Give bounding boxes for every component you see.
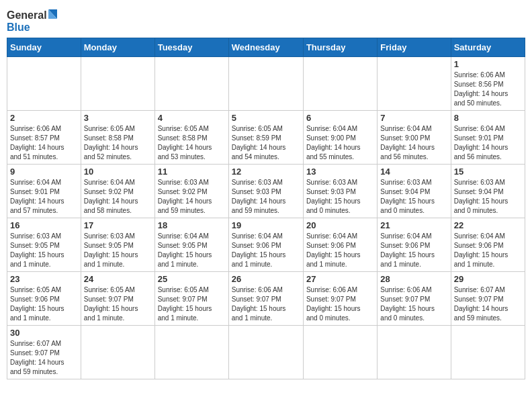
day-info: Sunrise: 6:03 AM Sunset: 9:03 PM Dayligh… (306, 178, 374, 216)
day-number: 14 (380, 167, 447, 177)
svg-text:General: General (7, 9, 47, 21)
day-cell: 7Sunrise: 6:04 AM Sunset: 9:00 PM Daylig… (378, 111, 451, 165)
day-info: Sunrise: 6:03 AM Sunset: 9:03 PM Dayligh… (232, 178, 300, 216)
day-info: Sunrise: 6:05 AM Sunset: 8:59 PM Dayligh… (232, 124, 300, 162)
day-cell: 12Sunrise: 6:03 AM Sunset: 9:03 PM Dayli… (228, 165, 303, 218)
day-cell: 28Sunrise: 6:06 AM Sunset: 9:07 PM Dayli… (378, 272, 451, 326)
day-number: 17 (84, 220, 152, 230)
day-info: Sunrise: 6:05 AM Sunset: 8:58 PM Dayligh… (84, 124, 152, 162)
day-cell: 5Sunrise: 6:05 AM Sunset: 8:59 PM Daylig… (228, 111, 303, 165)
day-number: 3 (84, 113, 152, 123)
day-number: 7 (380, 113, 447, 123)
week-row-1: 1Sunrise: 6:06 AM Sunset: 8:56 PM Daylig… (7, 57, 525, 111)
day-number: 4 (158, 113, 226, 123)
day-cell (81, 326, 154, 379)
day-info: Sunrise: 6:06 AM Sunset: 9:07 PM Dayligh… (232, 285, 300, 323)
day-cell: 26Sunrise: 6:06 AM Sunset: 9:07 PM Dayli… (228, 272, 303, 326)
day-cell: 19Sunrise: 6:04 AM Sunset: 9:06 PM Dayli… (228, 218, 303, 272)
day-info: Sunrise: 6:07 AM Sunset: 9:07 PM Dayligh… (454, 285, 522, 323)
day-info: Sunrise: 6:03 AM Sunset: 9:04 PM Dayligh… (380, 178, 447, 216)
day-cell (228, 57, 303, 111)
day-info: Sunrise: 6:04 AM Sunset: 9:00 PM Dayligh… (306, 124, 374, 162)
weekday-header-tuesday: Tuesday (154, 38, 228, 57)
day-cell: 14Sunrise: 6:03 AM Sunset: 9:04 PM Dayli… (378, 165, 451, 218)
day-info: Sunrise: 6:04 AM Sunset: 9:05 PM Dayligh… (158, 232, 226, 269)
day-number: 2 (10, 113, 78, 123)
week-row-5: 23Sunrise: 6:05 AM Sunset: 9:06 PM Dayli… (7, 272, 525, 326)
day-cell (81, 57, 154, 111)
day-cell: 13Sunrise: 6:03 AM Sunset: 9:03 PM Dayli… (303, 165, 377, 218)
header: GeneralBlue (7, 7, 525, 34)
day-number: 29 (454, 274, 522, 284)
day-number: 27 (306, 274, 374, 284)
weekday-header-row: SundayMondayTuesdayWednesdayThursdayFrid… (7, 38, 525, 57)
day-info: Sunrise: 6:06 AM Sunset: 8:56 PM Dayligh… (454, 71, 522, 108)
day-number: 10 (84, 167, 152, 177)
day-cell: 24Sunrise: 6:05 AM Sunset: 9:07 PM Dayli… (81, 272, 154, 326)
weekday-header-thursday: Thursday (303, 38, 377, 57)
day-cell: 6Sunrise: 6:04 AM Sunset: 9:00 PM Daylig… (303, 111, 377, 165)
day-info: Sunrise: 6:03 AM Sunset: 9:05 PM Dayligh… (84, 232, 152, 269)
day-cell: 30Sunrise: 6:07 AM Sunset: 9:07 PM Dayli… (7, 326, 81, 379)
day-cell: 18Sunrise: 6:04 AM Sunset: 9:05 PM Dayli… (154, 218, 228, 272)
day-cell: 9Sunrise: 6:04 AM Sunset: 9:01 PM Daylig… (7, 165, 81, 218)
day-info: Sunrise: 6:06 AM Sunset: 9:07 PM Dayligh… (306, 285, 374, 323)
day-number: 26 (232, 274, 300, 284)
day-info: Sunrise: 6:03 AM Sunset: 9:05 PM Dayligh… (10, 232, 78, 269)
day-info: Sunrise: 6:05 AM Sunset: 9:07 PM Dayligh… (84, 285, 152, 323)
day-cell: 21Sunrise: 6:04 AM Sunset: 9:06 PM Dayli… (378, 218, 451, 272)
day-cell: 23Sunrise: 6:05 AM Sunset: 9:06 PM Dayli… (7, 272, 81, 326)
day-info: Sunrise: 6:06 AM Sunset: 8:57 PM Dayligh… (10, 124, 78, 162)
day-cell (154, 57, 228, 111)
day-info: Sunrise: 6:03 AM Sunset: 9:04 PM Dayligh… (454, 178, 522, 216)
day-cell (303, 326, 377, 379)
day-number: 8 (454, 113, 522, 123)
weekday-header-wednesday: Wednesday (228, 38, 303, 57)
day-info: Sunrise: 6:04 AM Sunset: 9:01 PM Dayligh… (10, 178, 78, 216)
day-cell: 3Sunrise: 6:05 AM Sunset: 8:58 PM Daylig… (81, 111, 154, 165)
day-cell: 10Sunrise: 6:04 AM Sunset: 9:02 PM Dayli… (81, 165, 154, 218)
day-number: 18 (158, 220, 226, 230)
day-cell: 29Sunrise: 6:07 AM Sunset: 9:07 PM Dayli… (451, 272, 525, 326)
day-number: 24 (84, 274, 152, 284)
logo: GeneralBlue (7, 7, 60, 34)
day-info: Sunrise: 6:05 AM Sunset: 9:06 PM Dayligh… (10, 285, 78, 323)
day-cell (451, 326, 525, 379)
day-cell: 4Sunrise: 6:05 AM Sunset: 8:58 PM Daylig… (154, 111, 228, 165)
day-cell: 22Sunrise: 6:04 AM Sunset: 9:06 PM Dayli… (451, 218, 525, 272)
day-number: 19 (232, 220, 300, 230)
day-number: 25 (158, 274, 226, 284)
day-number: 13 (306, 167, 374, 177)
day-cell: 17Sunrise: 6:03 AM Sunset: 9:05 PM Dayli… (81, 218, 154, 272)
day-info: Sunrise: 6:04 AM Sunset: 9:01 PM Dayligh… (454, 124, 522, 162)
day-cell (228, 326, 303, 379)
day-cell: 1Sunrise: 6:06 AM Sunset: 8:56 PM Daylig… (451, 57, 525, 111)
day-number: 6 (306, 113, 374, 123)
day-number: 21 (380, 220, 447, 230)
day-info: Sunrise: 6:04 AM Sunset: 9:06 PM Dayligh… (232, 232, 300, 269)
day-info: Sunrise: 6:05 AM Sunset: 9:07 PM Dayligh… (158, 285, 226, 323)
day-info: Sunrise: 6:03 AM Sunset: 9:02 PM Dayligh… (158, 178, 226, 216)
weekday-header-saturday: Saturday (451, 38, 525, 57)
weekday-header-sunday: Sunday (7, 38, 81, 57)
day-number: 28 (380, 274, 447, 284)
day-cell: 27Sunrise: 6:06 AM Sunset: 9:07 PM Dayli… (303, 272, 377, 326)
day-cell (378, 326, 451, 379)
week-row-4: 16Sunrise: 6:03 AM Sunset: 9:05 PM Dayli… (7, 218, 525, 272)
day-cell (378, 57, 451, 111)
day-number: 23 (10, 274, 78, 284)
day-number: 1 (454, 59, 522, 69)
day-number: 12 (232, 167, 300, 177)
day-cell: 20Sunrise: 6:04 AM Sunset: 9:06 PM Dayli… (303, 218, 377, 272)
svg-text:Blue: Blue (7, 21, 30, 33)
day-info: Sunrise: 6:04 AM Sunset: 9:06 PM Dayligh… (380, 232, 447, 269)
day-number: 20 (306, 220, 374, 230)
week-row-6: 30Sunrise: 6:07 AM Sunset: 9:07 PM Dayli… (7, 326, 525, 379)
day-info: Sunrise: 6:04 AM Sunset: 9:06 PM Dayligh… (454, 232, 522, 269)
day-number: 11 (158, 167, 226, 177)
generalblue-logo-icon: GeneralBlue (7, 7, 60, 34)
day-info: Sunrise: 6:04 AM Sunset: 9:02 PM Dayligh… (84, 178, 152, 216)
day-cell (154, 326, 228, 379)
day-info: Sunrise: 6:05 AM Sunset: 8:58 PM Dayligh… (158, 124, 226, 162)
week-row-3: 9Sunrise: 6:04 AM Sunset: 9:01 PM Daylig… (7, 165, 525, 218)
